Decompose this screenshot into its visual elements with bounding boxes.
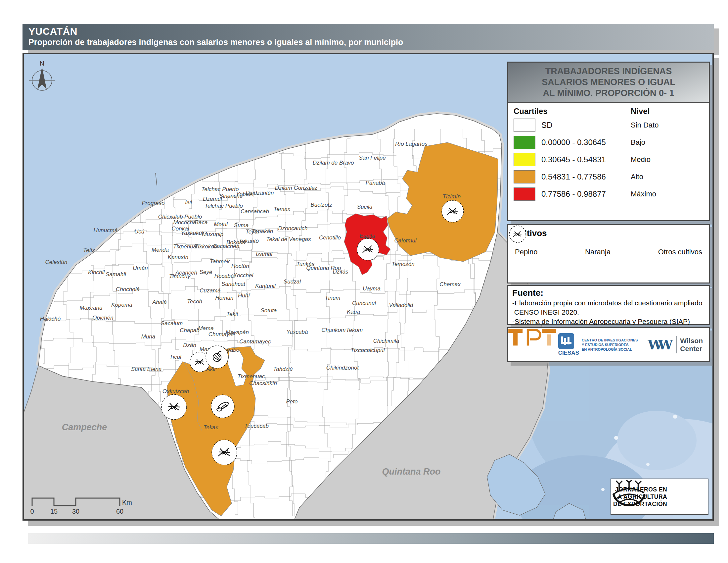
municipality-label: Buctzotz: [310, 202, 332, 208]
legend-row: 0.30645 - 0.54831Medio: [508, 151, 709, 168]
ciesas-text-line: Y ESTUDIOS SUPERIORES: [582, 343, 638, 347]
page: YUCATÁN Proporción de trabajadores indíg…: [0, 0, 728, 563]
municipality-label: Cuzamá: [200, 288, 220, 294]
municipality-label: Dzán: [183, 342, 196, 349]
municipality-label: Mocochá: [173, 219, 196, 225]
tpt-logo: · · · · · · · · · · · ·: [514, 343, 548, 347]
municipality-label: Yaxkukul: [181, 230, 204, 236]
municipality-label: Hocabá: [214, 273, 234, 279]
municipality-label: Samahil: [106, 271, 126, 277]
legend-swatch: [514, 136, 535, 149]
municipality-label: Kopomá: [111, 302, 132, 308]
otros-crop-marker: [357, 238, 379, 260]
legend-swatch: [514, 170, 535, 183]
municipality-label: Sacalum: [161, 320, 183, 327]
cultivo-label: Naranja: [585, 248, 611, 256]
municipality-label: Xocchel: [233, 272, 254, 278]
ciesas-text-line: EN ANTROPOLOGÍA SOCIAL: [582, 347, 638, 352]
municipality-label: Seyé: [200, 269, 212, 275]
municipality-label: Ticul: [169, 354, 182, 360]
wilson-text-line: Center: [680, 345, 703, 353]
municipality-label: Tekax: [204, 424, 218, 431]
municipality-label: Ucú: [134, 228, 145, 235]
municipality-label: Dzilam González: [275, 185, 318, 191]
municipality-label: Kaua: [347, 309, 360, 315]
municipality-label: Sudzal: [284, 278, 301, 285]
legend-swatch: [514, 118, 535, 132]
cultivos-title: Cultivos: [513, 228, 704, 238]
municipality-label: Uayma: [363, 286, 381, 292]
municipality-label: Tecoh: [187, 299, 202, 305]
legend-title-line3: AL MÍNIMO. PROPORCIÓN 0- 1: [508, 88, 709, 99]
municipality-label: Tekom: [346, 327, 363, 333]
legend-col-cuartiles: Cuartiles: [514, 107, 548, 116]
municipality-label: Tixmehuac: [238, 373, 265, 380]
logos-panel: · · · · · · · · · · · · CIESAS CENTRO DE…: [507, 327, 710, 362]
municipality-label: Homún: [215, 295, 234, 301]
municipality-label: Celestún: [45, 259, 67, 265]
municipality-label: Yaxcabá: [287, 329, 308, 335]
municipality-label: Cenotillo: [319, 234, 341, 241]
legend-level: Sin Dato: [631, 121, 704, 129]
municipality-label: Dzilam de Bravo: [313, 160, 354, 166]
municipality-label: Baca: [195, 219, 208, 225]
municipality-label: Dzidzantún: [246, 190, 274, 196]
municipality-label: Suma: [234, 222, 249, 228]
compass-north-label: N: [40, 60, 44, 67]
municipality-label: Sanahcat: [221, 281, 246, 287]
state-label: Quintana Roo: [382, 467, 441, 477]
scale-unit: Km: [122, 499, 132, 506]
municipality-label: Sotuta: [260, 307, 277, 314]
page-subtitle: Proporción de trabajadores indígenas con…: [28, 37, 714, 47]
ciesas-text-line: CENTRO DE INVESTIGACIONES: [582, 338, 638, 343]
municipality-label: Santa Elena: [131, 366, 162, 372]
legend-level: Bajo: [631, 138, 704, 147]
title-bar: YUCATÁN Proporción de trabajadores indíg…: [23, 24, 714, 50]
municipality-label: Umán: [133, 265, 148, 271]
cultivo-label: Pepino: [515, 248, 538, 256]
cultivo-item: Otros cultivos: [658, 248, 702, 256]
legend-title-line2: SALARIOS MENORES O IGUAL: [508, 77, 709, 88]
municipality-label: Oxkutzcab: [162, 388, 189, 395]
municipality-label: Peto: [286, 399, 298, 405]
municipality-label: Kinchil: [88, 269, 105, 275]
municipality-label: Chocholá: [116, 286, 140, 293]
municipality-label: Telchac Pueblo: [205, 203, 243, 209]
municipality-label: Hunucmá: [94, 227, 118, 233]
cultivos-panel: Cultivos PepinoNaranjaOtros cultivos: [507, 224, 710, 284]
municipality-label: Calotmul: [394, 237, 417, 244]
pepino-crop-marker: [211, 395, 234, 418]
municipality-label: Halachó: [40, 316, 61, 322]
municipality-label: Tetiz: [83, 247, 95, 253]
jornaleros-field-icon: [611, 479, 647, 511]
municipality-label: Motul: [214, 221, 228, 227]
municipality-label: Muna: [141, 334, 156, 340]
municipality-label: Tizimín: [443, 193, 461, 200]
municipality-label: Tekal de Venegas: [266, 236, 311, 242]
legend-panel: TRABAJADORES INDÍGENAS SALARIOS MENORES …: [507, 62, 710, 221]
municipality-label: Panabá: [366, 180, 385, 186]
municipality-label: Abalá: [152, 299, 166, 305]
municipality-label: Kanasín: [168, 254, 188, 260]
scale-tick: 30: [72, 508, 79, 515]
legend-level: Máximo: [631, 190, 704, 198]
municipality-label: Chikindzonot: [326, 365, 359, 371]
ciesas-acronym: CIESAS: [558, 350, 579, 356]
municipality-label: Mérida: [152, 247, 169, 253]
legend-swatch: [514, 187, 535, 201]
municipality-label: Sucilá: [357, 204, 372, 210]
municipality-label: Temax: [274, 206, 291, 212]
municipality-label: Tixpéhual: [173, 243, 198, 250]
municipality-label: Hoctún: [231, 263, 249, 269]
municipality-label: Cansahcab: [241, 208, 269, 214]
otros-crop-marker: [161, 395, 187, 420]
map-frame: ProgresoIxilChicxulub PuebloMococháBacaC…: [23, 53, 714, 521]
fuente-panel: Fuente: -Elaboración propia con microdat…: [507, 285, 710, 325]
municipality-label: Progreso: [142, 200, 165, 206]
legend-range: 0.30645 - 0.54831: [541, 155, 606, 164]
municipality-label: Tzucacab: [244, 423, 269, 429]
municipality-label: Dzoncauich: [278, 225, 308, 231]
wilson-text-line: Wilson: [680, 337, 703, 345]
legend-level: Medio: [631, 155, 704, 164]
legend-swatch: [514, 153, 535, 166]
